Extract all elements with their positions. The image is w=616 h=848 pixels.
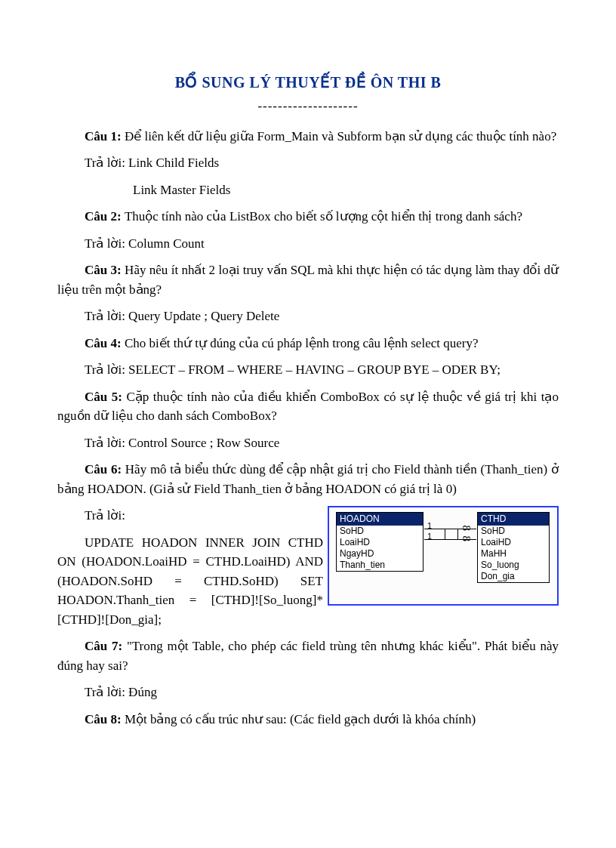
q2-text: Thuộc tính nào của ListBox cho biết số l…	[125, 209, 522, 224]
table-hoadon: HOADON SoHD LoaiHD NgayHD Thanh_tien	[336, 512, 424, 572]
q1: Câu 1: Để liên kết dữ liệu giữa Form_Mai…	[57, 127, 559, 146]
q3-text: Hãy nêu ít nhất 2 loại truy vấn SQL mà k…	[57, 263, 559, 297]
q7-text: "Trong một Table, cho phép các field trù…	[57, 639, 559, 673]
q7-a: Trả lời: Đúng	[57, 683, 559, 702]
q4: Câu 4: Cho biết thứ tự đúng của cú pháp …	[57, 334, 559, 353]
relation-inf-b: 8	[458, 536, 476, 542]
q2-a: Trả lời: Column Count	[57, 234, 559, 254]
q6-text: Hãy mô tả biểu thức dùng để cập nhật giá…	[57, 462, 559, 496]
q3-label: Câu 3:	[85, 263, 125, 277]
relationship-diagram: HOADON SoHD LoaiHD NgayHD Thanh_tien CTH…	[328, 506, 559, 606]
q6: Câu 6: Hãy mô tả biểu thức dùng để cập n…	[57, 460, 559, 498]
table-hoadon-head: HOADON	[337, 513, 423, 526]
q1-label: Câu 1:	[85, 129, 125, 143]
table-row: LoaiHD	[478, 537, 549, 548]
q4-a: Trả lời: SELECT – FROM – WHERE – HAVING …	[57, 360, 559, 380]
table-row: NgayHD	[337, 548, 423, 560]
q7-label: Câu 7:	[85, 639, 127, 653]
relation-inf: 8	[458, 526, 476, 532]
table-cthd-head: CTHD	[478, 513, 549, 526]
q3-a: Trả lời: Query Update ; Query Delete	[57, 307, 559, 326]
table-row: So_luong	[478, 560, 549, 571]
q8-text: Một bảng có cấu trúc như sau: (Các field…	[125, 712, 476, 726]
q1-text: Để liên kết dữ liệu giữa Form_Main và Su…	[125, 129, 556, 143]
q5-a: Trả lời: Control Source ; Row Source	[57, 433, 559, 453]
table-row: LoaiHD	[337, 537, 423, 548]
q2-label: Câu 2:	[85, 209, 125, 224]
table-row: SoHD	[478, 526, 549, 537]
q2: Câu 2: Thuộc tính nào của ListBox cho bi…	[57, 207, 559, 227]
q6-label: Câu 6:	[85, 462, 125, 476]
q1-a2: Link Master Fields	[57, 180, 559, 200]
divider: --------------------	[57, 97, 559, 116]
relation-1b: 1	[427, 530, 432, 543]
q1-a1: Trả lời: Link Child Fields	[57, 153, 559, 173]
q8: Câu 8: Một bảng có cấu trúc như sau: (Cá…	[57, 710, 559, 729]
table-row: SoHD	[337, 526, 423, 537]
q8-label: Câu 8:	[85, 712, 125, 726]
q3: Câu 3: Hãy nêu ít nhất 2 loại truy vấn S…	[57, 261, 559, 299]
q5-text: Cặp thuộc tính nào của điều khiển ComboB…	[57, 390, 559, 424]
table-row: Thanh_tien	[337, 560, 423, 571]
q7: Câu 7: "Trong một Table, cho phép các fi…	[57, 637, 559, 675]
q5-label: Câu 5:	[85, 390, 126, 404]
q5: Câu 5: Cặp thuộc tính nào của điều khiển…	[57, 387, 559, 426]
table-row: MaHH	[478, 548, 549, 560]
relation-line	[445, 529, 445, 539]
q4-text: Cho biết thứ tự đúng của cú pháp lệnh tr…	[125, 336, 479, 350]
page-title: BỔ SUNG LÝ THUYẾT ĐỀ ÔN THI B	[57, 71, 559, 94]
table-cthd: CTHD SoHD LoaiHD MaHH So_luong Don_gia	[477, 512, 550, 583]
table-row: Don_gia	[478, 571, 549, 582]
q4-label: Câu 4:	[85, 336, 125, 350]
